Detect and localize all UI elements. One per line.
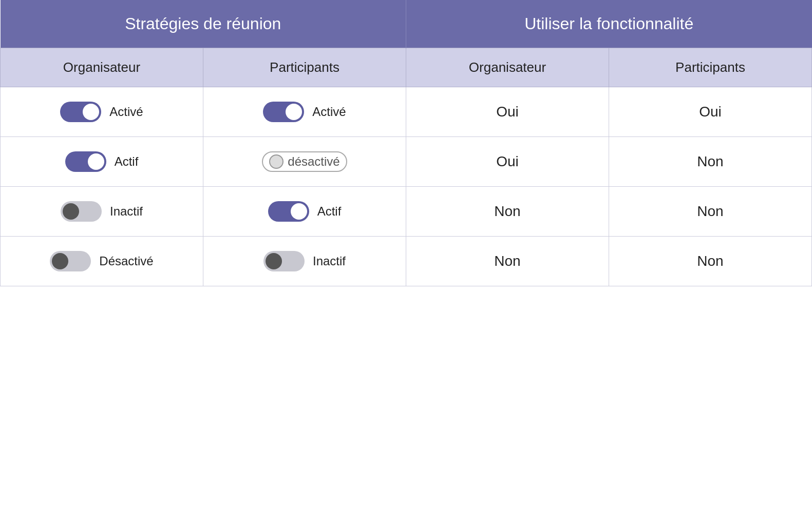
comparison-table: Stratégies de réunion Utiliser la foncti… [0, 0, 812, 286]
subheader-part-strategies: Participants [203, 48, 406, 87]
part-toggle-cell-3: Inactif [203, 237, 406, 286]
org-result-3: Non [406, 237, 609, 286]
org-toggle-3[interactable] [50, 251, 91, 271]
main-table-wrapper: Stratégies de réunion Utiliser la foncti… [0, 0, 812, 507]
org-result-2: Non [406, 187, 609, 237]
org-toggle-cell-0: Activé [1, 87, 203, 137]
table-row: Activé Activé OuiOui [1, 87, 812, 137]
part-result-2: Non [609, 187, 812, 237]
org-toggle-0[interactable] [60, 102, 101, 122]
table-row: Inactif Actif NonNon [1, 187, 812, 237]
part-toggle-label-0: Activé [312, 105, 346, 119]
org-result-1: Oui [406, 137, 609, 187]
header-strategies: Stratégies de réunion [1, 0, 406, 48]
part-toggle-label-3: Inactif [313, 254, 346, 268]
table-row: Désactivé Inactif NonNon [1, 237, 812, 286]
part-toggle-2[interactable] [268, 201, 309, 222]
subheader-part-utiliser: Participants [609, 48, 812, 87]
org-toggle-cell-1: Actif [1, 137, 203, 187]
part-result-3: Non [609, 237, 812, 286]
part-toggle-label-2: Actif [317, 204, 342, 219]
org-toggle-cell-2: Inactif [1, 187, 203, 237]
header-row-2: Organisateur Participants Organisateur P… [1, 48, 812, 87]
org-toggle-1[interactable] [65, 151, 106, 172]
org-result-0: Oui [406, 87, 609, 137]
org-toggle-label-0: Activé [109, 105, 143, 119]
part-toggle-0[interactable] [263, 102, 304, 122]
org-toggle-label-1: Actif [115, 154, 139, 169]
subheader-org-utiliser: Organisateur [406, 48, 609, 87]
table-row: Actif désactivé OuiNon [1, 137, 812, 187]
part-toggle-cell-2: Actif [203, 187, 406, 237]
header-row-1: Stratégies de réunion Utiliser la foncti… [1, 0, 812, 48]
org-toggle-cell-3: Désactivé [1, 237, 203, 286]
part-result-1: Non [609, 137, 812, 187]
org-toggle-2[interactable] [61, 201, 102, 222]
org-toggle-label-2: Inactif [110, 204, 143, 219]
subheader-org-strategies: Organisateur [1, 48, 203, 87]
part-toggle-cell-0: Activé [203, 87, 406, 137]
part-toggle-3[interactable] [263, 251, 305, 271]
part-toggle-cell-1: désactivé [203, 137, 406, 187]
part-toggle-label-1: désactivé [288, 154, 339, 169]
header-utiliser: Utiliser la fonctionnalité [406, 0, 812, 48]
part-result-0: Oui [609, 87, 812, 137]
org-toggle-label-3: Désactivé [99, 254, 153, 268]
